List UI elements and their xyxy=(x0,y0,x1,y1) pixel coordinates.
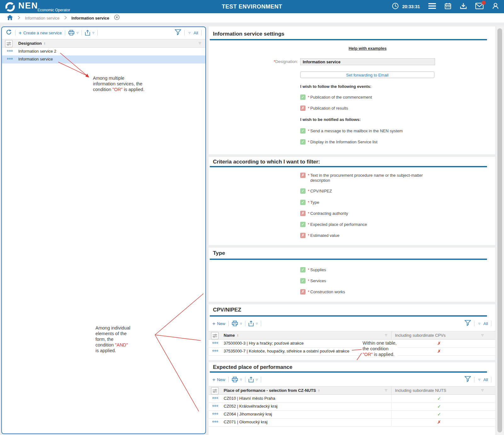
row-menu-icon[interactable]: ooo xyxy=(212,412,219,415)
checkbox-unchecked-icon[interactable]: ✗ xyxy=(300,211,306,216)
filter-dropdown-icon[interactable]: ▽ xyxy=(478,322,480,325)
checkbox-checked-icon[interactable]: ✓ xyxy=(300,267,306,272)
checkbox-unchecked-icon[interactable]: ✗ xyxy=(300,173,306,178)
row-menu-icon[interactable]: ooo xyxy=(212,420,219,423)
place-card-title: Expected place of performance xyxy=(213,364,292,370)
dropdown-arrow-icon[interactable]: ▽ xyxy=(240,378,242,381)
calendar-icon[interactable] xyxy=(444,3,451,11)
clock-time: 20:33:31 xyxy=(402,4,420,9)
checkbox-supplies: ✓ * Supplies xyxy=(300,267,326,272)
list-row-information-service-selected[interactable]: ooo Information service xyxy=(2,55,205,64)
new-cpv-button[interactable]: + New xyxy=(212,321,225,326)
print-button[interactable]: ▽ xyxy=(68,30,78,36)
place-row[interactable]: ooo CZ010 | Hlavní město Praha ✓ xyxy=(209,395,495,403)
including-subordinate-mark: ✓ xyxy=(392,396,486,401)
nen-application: NEN Economic Operator TEST ENVIRONMENT 2… xyxy=(0,0,504,435)
list-row-information-service-2[interactable]: ooo Information service 2 xyxy=(2,48,205,56)
export-button[interactable]: ▽ xyxy=(249,321,258,326)
toolbar-divider xyxy=(228,321,229,326)
print-button[interactable]: ▽ xyxy=(232,377,242,382)
dropdown-arrow-icon[interactable]: ▽ xyxy=(256,378,258,381)
export-button[interactable]: ▽ xyxy=(85,30,94,36)
column-settings-icon[interactable] xyxy=(211,332,219,339)
breadcrumb-item-information-service[interactable]: Information service xyxy=(25,16,60,20)
column-settings-icon[interactable] xyxy=(211,387,219,394)
checkbox-expected-place: ✓ * Expected place of performance xyxy=(300,222,367,227)
chevron-right-icon xyxy=(18,15,20,21)
column-header-designation[interactable]: Designation↑ xyxy=(18,41,46,46)
checkbox-unchecked-icon[interactable]: ✗ xyxy=(300,106,306,111)
toolbar-divider xyxy=(201,30,202,36)
checkbox-checked-icon[interactable]: ✓ xyxy=(300,188,306,194)
column-header-place[interactable]: Place of performance - selection from CZ… xyxy=(224,388,320,393)
export-button[interactable]: ▽ xyxy=(249,377,258,382)
column-filter-icon[interactable]: ▽ xyxy=(385,334,387,337)
checkbox-checked-icon[interactable]: ✓ xyxy=(300,139,306,145)
set-forwarding-email-button[interactable]: Set forwarding to Email xyxy=(300,72,434,78)
close-tab-icon[interactable] xyxy=(114,14,120,21)
dropdown-arrow-icon[interactable]: ▽ xyxy=(77,31,78,34)
create-new-service-button[interactable]: + Create a new service xyxy=(19,30,62,36)
user-icon[interactable] xyxy=(492,3,499,11)
scrollbar-thumb[interactable] xyxy=(497,28,502,432)
row-menu-icon[interactable]: ooo xyxy=(212,404,219,407)
checkbox-unchecked-icon[interactable]: ✗ xyxy=(300,289,306,295)
checkbox-checked-icon[interactable]: ✓ xyxy=(300,200,306,205)
checkbox-checked-icon[interactable]: ✓ xyxy=(300,222,306,227)
column-filter-icon[interactable]: ▽ xyxy=(385,389,387,392)
annotation-form-and: Among individual elements of the form, t… xyxy=(95,325,130,353)
home-icon[interactable] xyxy=(7,15,13,21)
column-settings-icon[interactable] xyxy=(5,40,13,47)
row-menu-icon[interactable]: ooo xyxy=(212,349,219,352)
column-filter-icon[interactable]: ▽ xyxy=(481,334,484,337)
print-button[interactable]: ▽ xyxy=(232,321,242,326)
section-rule xyxy=(210,315,487,317)
filter-icon[interactable] xyxy=(465,376,471,383)
checkbox-checked-icon[interactable]: ✓ xyxy=(300,278,306,283)
place-row[interactable]: ooo CZ064 | Jihomoravský kraj ✓ xyxy=(209,410,495,419)
checkbox-checked-icon[interactable]: ✓ xyxy=(300,128,306,134)
designation-field[interactable] xyxy=(300,58,435,65)
list-toolbar: + Create a new service ▽ ▽ ▽ All xyxy=(2,28,205,38)
dropdown-arrow-icon[interactable]: ▽ xyxy=(92,31,94,34)
cpv-row[interactable]: ooo 37535000-7 | Kolotoče, houpačky, stř… xyxy=(209,347,495,356)
row-menu-icon[interactable]: ooo xyxy=(212,396,219,399)
new-place-button[interactable]: + New xyxy=(212,377,225,382)
toolbar-divider xyxy=(261,377,261,382)
cpv-row[interactable]: ooo 37500000-3 | Hry a hračky; pouťové a… xyxy=(209,340,495,348)
mail-notification-badge xyxy=(482,1,486,5)
section-rule xyxy=(210,371,487,373)
filter-icon[interactable] xyxy=(465,320,471,327)
toolbar-divider xyxy=(65,30,65,36)
menu-icon[interactable] xyxy=(428,3,436,10)
download-tray-icon[interactable] xyxy=(460,3,467,11)
checkbox-checked-icon[interactable]: ✓ xyxy=(300,94,306,100)
column-divider xyxy=(391,403,392,411)
refresh-icon[interactable] xyxy=(6,29,12,37)
toolbar-divider xyxy=(245,321,245,326)
column-header-name[interactable]: Name↑ xyxy=(224,333,239,338)
criteria-card: Criteria according to which I want to fi… xyxy=(209,157,495,245)
column-filter-icon[interactable]: ▽ xyxy=(481,389,484,392)
show-all-button[interactable]: All xyxy=(194,31,198,35)
column-header-including-cpvs[interactable]: Including subordinate CPVs xyxy=(395,333,445,338)
filter-icon[interactable] xyxy=(175,29,181,37)
filter-dropdown-icon[interactable]: ▽ xyxy=(478,378,480,381)
row-menu-icon[interactable]: ooo xyxy=(212,341,219,344)
column-header-including-nuts[interactable]: Including subordinate NUTS xyxy=(395,388,446,393)
row-menu-icon[interactable]: ooo xyxy=(7,49,13,52)
place-row[interactable]: ooo CZ052 | Královéhradecký kraj ✓ xyxy=(209,403,495,411)
row-menu-icon[interactable]: ooo xyxy=(7,57,13,60)
show-all-button[interactable]: All xyxy=(484,377,488,382)
mail-icon[interactable] xyxy=(475,3,484,10)
checkbox-unchecked-icon[interactable]: ✗ xyxy=(300,233,306,238)
place-row[interactable]: ooo CZ071 | Olomoucký kraj ✗ xyxy=(209,418,495,426)
filter-dropdown-icon[interactable]: ▽ xyxy=(188,31,190,34)
settings-card: Information service settings Help with e… xyxy=(209,26,495,154)
help-with-examples-link[interactable]: Help with examples xyxy=(300,46,435,51)
column-filter-icon[interactable]: ▽ xyxy=(199,42,201,45)
toolbar-divider xyxy=(15,30,15,36)
dropdown-arrow-icon[interactable]: ▽ xyxy=(240,322,242,325)
dropdown-arrow-icon[interactable]: ▽ xyxy=(256,322,258,325)
show-all-button[interactable]: All xyxy=(484,321,488,326)
